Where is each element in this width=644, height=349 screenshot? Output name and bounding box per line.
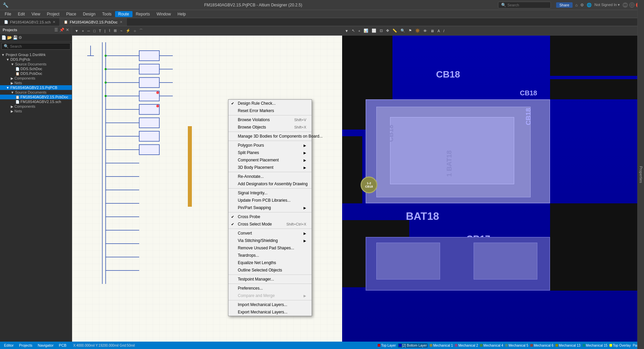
cm-item-design-rule-check---[interactable]: ✔Design Rule Check... <box>228 100 312 107</box>
cm-item-cross-probe[interactable]: ✔Cross Probe <box>228 213 312 220</box>
menu-route[interactable]: Route <box>115 11 132 17</box>
not-signed-label[interactable]: Not Signed In ▾ <box>594 3 620 7</box>
layer-mech6[interactable]: Mechanical 6 <box>530 344 553 347</box>
panel-new-icon[interactable]: 📄 <box>1 35 6 40</box>
rt-highlight-icon[interactable]: 🔆 <box>414 28 421 34</box>
cm-item-re-annotate---[interactable]: Re-Annotate... <box>228 173 312 180</box>
cm-item-via-stitching-shielding[interactable]: Via Stitching/Shielding▶ <box>228 237 312 244</box>
cm-item-preferences---[interactable]: Preferences... <box>228 285 312 292</box>
menu-design[interactable]: Design <box>79 11 99 17</box>
status-tab-navigator[interactable]: Navigator <box>37 343 55 347</box>
panel-pin-icon[interactable]: 📌 <box>59 28 64 32</box>
menu-file[interactable]: File <box>1 11 14 17</box>
ct-circle-icon[interactable]: ○ <box>132 28 138 34</box>
tree-item[interactable]: 📋FM18S40AGBV2.1S.PcbDoc <box>0 95 72 99</box>
center-content[interactable]: ✔Design Rule Check...Reset Error Markers… <box>72 36 342 342</box>
layer-mech5[interactable]: Mechanical 5 <box>505 344 528 347</box>
panel-open-icon[interactable]: 📂 <box>7 35 12 40</box>
rt-hide-icon[interactable]: 👁 <box>422 28 428 34</box>
schematic-tab-close[interactable]: ✕ <box>53 20 55 24</box>
panel-save-icon[interactable]: 💾 <box>13 35 18 40</box>
tree-item[interactable]: ▶Components <box>0 104 72 109</box>
menu-window[interactable]: Window <box>153 11 174 17</box>
menu-help[interactable]: Help <box>174 11 189 17</box>
pcb-tab-close[interactable]: ✕ <box>120 20 122 24</box>
layer-top[interactable]: Top Layer <box>378 344 396 347</box>
cm-item-pin-part-swapping[interactable]: Pin/Part Swapping▶ <box>228 204 312 211</box>
pcb-view[interactable]: CB18 CB18 2 CB18 1 BAT18 CB18 BAT18 CB17… <box>342 36 644 342</box>
ct-line-icon[interactable]: ─ <box>86 28 91 34</box>
tree-item[interactable]: ▼Source Documents <box>0 90 72 95</box>
cm-item-outline-selected-objects[interactable]: Outline Selected Objects <box>228 266 312 274</box>
rt-text-icon[interactable]: A <box>436 28 441 34</box>
panel-close-icon[interactable]: ✕ <box>66 28 69 32</box>
ct-text-icon[interactable]: T <box>98 28 103 34</box>
cm-item-reset-error-markers[interactable]: Reset Error Markers <box>228 107 312 114</box>
status-tab-projects[interactable]: Projects <box>18 343 34 347</box>
tree-item[interactable]: ▶Components <box>0 76 72 81</box>
cm-item-3d-body-placement[interactable]: 3D Body Placement▶ <box>228 164 312 171</box>
cm-item-component-placement[interactable]: Component Placement▶ <box>228 156 312 164</box>
rt-line-icon[interactable]: / <box>442 28 446 34</box>
cm-item-signal-integrity---[interactable]: Signal Integrity... <box>228 189 312 197</box>
tree-item[interactable]: ▼Source Documents <box>0 62 72 66</box>
ct-arc-icon[interactable]: ⌒ <box>138 28 144 34</box>
layer-mech15[interactable]: Mechanical 15 <box>583 344 607 347</box>
rt-select-icon[interactable]: ⊡ <box>378 28 384 34</box>
menu-place[interactable]: Place <box>63 11 79 17</box>
cm-item-testpoint-manager---[interactable]: Testpoint Manager... <box>228 276 312 283</box>
panel-menu-icon[interactable]: ☰ <box>54 28 58 32</box>
tree-item[interactable]: ▶Nets <box>0 109 72 113</box>
panel-settings-icon[interactable]: ⚙ <box>18 35 22 40</box>
menu-project[interactable]: Project <box>44 11 63 17</box>
panel-search-input[interactable] <box>10 44 57 48</box>
rt-3dview-icon[interactable]: 🖥 <box>429 28 435 34</box>
ct-box-icon[interactable]: □ <box>92 28 97 34</box>
status-tab-pcb[interactable]: PCB <box>58 343 68 347</box>
menu-edit[interactable]: Edit <box>14 11 28 17</box>
cm-item-browse-violations[interactable]: Browse ViolationsShift+V <box>228 116 312 123</box>
tab-pcb[interactable]: 📋 FM18S40AGBV2.1S.PcbDoc ✕ <box>60 18 126 26</box>
tree-item[interactable]: ▶Nets <box>0 81 72 85</box>
layer-mech1[interactable]: Mechanical 1 <box>430 344 453 347</box>
ct-wave-icon[interactable]: ⌇ <box>107 28 112 34</box>
home-icon[interactable]: ⌂ <box>575 3 578 7</box>
minimize-button[interactable]: ─ <box>623 2 628 8</box>
layer-mech4[interactable]: Mechanical 4 <box>480 344 503 347</box>
ct-vert-icon[interactable]: | <box>103 28 107 34</box>
ct-power-icon[interactable]: ⚡ <box>124 28 132 34</box>
rt-zoom-icon[interactable]: 🔍 <box>399 28 407 34</box>
rt-filter-icon[interactable]: ▼ <box>343 28 350 34</box>
layer-top-overlay[interactable]: Top Overlay <box>609 344 631 347</box>
ct-add-icon[interactable]: + <box>80 28 85 34</box>
titlebar-search-input[interactable] <box>507 3 548 7</box>
maximize-button[interactable]: □ <box>629 2 635 8</box>
tree-item[interactable]: 📄DDS.SchDoc <box>0 66 72 71</box>
cm-item-browse-objects[interactable]: Browse ObjectsShift+X <box>228 123 312 131</box>
tree-item[interactable]: 📄FM18S40AGBV2.1S.sch <box>0 99 72 104</box>
menu-tools[interactable]: Tools <box>99 11 115 17</box>
tree-item[interactable]: ▼FM18S40AGBV2.1S.PrjPCB <box>0 85 72 90</box>
rt-3d-icon[interactable]: ⬜ <box>370 28 378 34</box>
tree-item[interactable]: 📋DDS.PcbDoc <box>0 71 72 76</box>
menu-view[interactable]: View <box>28 11 44 17</box>
cm-item-teardrops---[interactable]: Teardrops... <box>228 252 312 259</box>
rt-move-icon[interactable]: ✥ <box>385 28 390 34</box>
cm-item-remove-unused-pad-shapes---[interactable]: Remove Unused Pad Shapes... <box>228 244 312 252</box>
cm-item-add-designators-for-assembly-drawing[interactable]: Add Designators for Assembly Drawing <box>228 180 312 188</box>
cm-item-export-mechanical-layers---[interactable]: Export Mechanical Layers... <box>228 308 312 316</box>
properties-panel[interactable]: Properties <box>637 0 644 349</box>
ct-component-icon[interactable]: ⊞ <box>112 28 118 34</box>
tab-schematic[interactable]: 📄 FM18S40AGBV2.1S.sch ✕ <box>0 18 60 26</box>
layer-mech2[interactable]: Mechanical 2 <box>455 344 478 347</box>
cm-item-polygon-pours[interactable]: Polygon Pours▶ <box>228 142 312 149</box>
cm-item-equalize-net-lengths[interactable]: Equalize Net Lengths <box>228 259 312 266</box>
tree-item[interactable]: ▼Project Group 1.DsnWrk <box>0 52 72 57</box>
share-button[interactable]: Share <box>556 2 573 8</box>
panel-search[interactable]: 🔍 <box>1 43 70 50</box>
cm-item-convert[interactable]: Convert▶ <box>228 230 312 237</box>
cm-item-manage-3d-bodies-for-components-on-board---[interactable]: Manage 3D Bodies for Components on Board… <box>228 133 312 140</box>
ct-net-icon[interactable]: ~ <box>119 28 123 34</box>
menu-reports[interactable]: Reports <box>132 11 153 17</box>
globe-icon[interactable]: 🌐 <box>587 3 592 7</box>
